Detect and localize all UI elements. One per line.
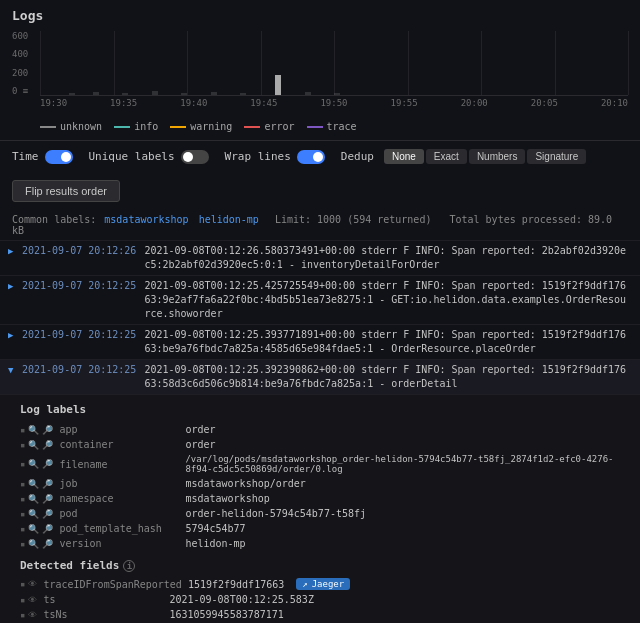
common-label-2: helidon-mp xyxy=(199,214,259,225)
wrap-lines-toggle-item: Wrap lines xyxy=(225,150,325,164)
search-minus-icon[interactable]: 🔎 xyxy=(42,425,53,435)
search-minus-icon[interactable]: 🔎 xyxy=(42,459,53,469)
legend-error: error xyxy=(244,121,294,132)
dedup-exact-button[interactable]: Exact xyxy=(426,149,467,164)
bar-chart-icon[interactable]: ▪ xyxy=(20,494,25,504)
dedup-none-button[interactable]: None xyxy=(384,149,424,164)
detected-key-ts: ts xyxy=(43,594,163,605)
time-toggle[interactable] xyxy=(45,150,73,164)
search-minus-icon[interactable]: 🔎 xyxy=(42,524,53,534)
label-key-app: app xyxy=(59,424,179,435)
bar-chart-icon[interactable]: ▪ xyxy=(20,440,25,450)
label-row-version: ▪ 🔍 🔎 version helidon-mp xyxy=(20,536,628,551)
chart-y-labels: 600 400 200 0 ≡ xyxy=(12,31,28,96)
search-plus-icon[interactable]: 🔍 xyxy=(28,425,39,435)
label-key-job: job xyxy=(59,478,179,489)
dedup-numbers-button[interactable]: Numbers xyxy=(469,149,526,164)
panel-header: Logs xyxy=(0,0,640,27)
detected-field-row-ts: ▪ 👁 ts 2021-09-08T00:12:25.583Z xyxy=(20,592,628,607)
common-label-1: msdataworkshop xyxy=(104,214,188,225)
log-entry[interactable]: ▶ 2021-09-07 20:12:26 2021-09-08T00:12:2… xyxy=(0,240,640,275)
expand-chevron: ▼ xyxy=(8,364,16,377)
bar-chart-icon[interactable]: ▪ xyxy=(20,595,25,605)
chart-bar xyxy=(275,75,281,95)
chart-area xyxy=(40,31,628,96)
label-row-pod: ▪ 🔍 🔎 pod order-helidon-5794c54b77-t58fj xyxy=(20,506,628,521)
log-entries: ▶ 2021-09-07 20:12:26 2021-09-08T00:12:2… xyxy=(0,240,640,623)
label-value-namespace: msdataworkshop xyxy=(185,493,269,504)
chart-x-labels: 19:30 19:35 19:40 19:45 19:50 19:55 20:0… xyxy=(40,96,628,110)
log-entry[interactable]: ▼ 2021-09-07 20:12:25 2021-09-08T00:12:2… xyxy=(0,359,640,394)
chart-legend: unknown info warning error trace xyxy=(0,117,640,140)
label-row-filename: ▪ 🔍 🔎 filename /var/log/pods/msdataworks… xyxy=(20,452,628,476)
search-plus-icon[interactable]: 🔍 xyxy=(28,479,39,489)
log-text: 2021-09-08T00:12:25.425725549+00:00 stde… xyxy=(144,279,632,321)
log-timestamp: 2021-09-07 20:12:26 xyxy=(22,244,136,258)
detected-value-trace: 1519f2f9ddf17663 xyxy=(188,579,284,590)
toolbar: Time Unique labels Wrap lines Dedup None… xyxy=(0,140,640,172)
label-row-app: ▪ 🔍 🔎 app order xyxy=(20,422,628,437)
label-row-job: ▪ 🔍 🔎 job msdataworkshop/order xyxy=(20,476,628,491)
label-value-pod: order-helidon-5794c54b77-t58fj xyxy=(185,508,366,519)
label-key-container: container xyxy=(59,439,179,450)
eye-icon[interactable]: 👁 xyxy=(28,579,37,589)
search-plus-icon[interactable]: 🔍 xyxy=(28,524,39,534)
common-labels-text: Common labels: xyxy=(12,214,102,225)
detected-fields-title: Detected fields i xyxy=(20,559,628,572)
bar-chart-icon[interactable]: ▪ xyxy=(20,425,25,435)
unique-labels-label: Unique labels xyxy=(89,150,175,163)
chart-bar xyxy=(122,93,128,95)
flip-results-button[interactable]: Flip results order xyxy=(12,180,120,202)
log-timestamp: 2021-09-07 20:12:25 xyxy=(22,363,136,377)
log-entry[interactable]: ▶ 2021-09-07 20:12:25 2021-09-08T00:12:2… xyxy=(0,275,640,324)
label-key-namespace: namespace xyxy=(59,493,179,504)
unique-labels-toggle-item: Unique labels xyxy=(89,150,209,164)
search-plus-icon[interactable]: 🔍 xyxy=(28,459,39,469)
detected-field-row-trace: ▪ 👁 traceIDFromSpanReported 1519f2f9ddf1… xyxy=(20,576,628,592)
eye-icon[interactable]: 👁 xyxy=(28,595,37,605)
search-minus-icon[interactable]: 🔎 xyxy=(42,509,53,519)
log-text: 2021-09-08T00:12:26.580373491+00:00 stde… xyxy=(144,244,632,272)
chart-bar xyxy=(69,93,75,95)
jaeger-button[interactable]: ↗ Jaeger xyxy=(296,578,350,590)
expand-chevron: ▶ xyxy=(8,280,16,293)
wrap-lines-toggle[interactable] xyxy=(297,150,325,164)
label-value-app: order xyxy=(185,424,215,435)
bar-chart-icon[interactable]: ▪ xyxy=(20,479,25,489)
expand-chevron: ▶ xyxy=(8,329,16,342)
dedup-label: Dedup xyxy=(341,150,374,163)
search-plus-icon[interactable]: 🔍 xyxy=(28,440,39,450)
detected-value-ts: 2021-09-08T00:12:25.583Z xyxy=(169,594,314,605)
label-value-version: helidon-mp xyxy=(185,538,245,549)
log-entry[interactable]: ▶ 2021-09-07 20:12:25 2021-09-08T00:12:2… xyxy=(0,324,640,359)
chart-bar xyxy=(93,92,99,95)
bar-chart-icon[interactable]: ▪ xyxy=(20,539,25,549)
unique-labels-toggle[interactable] xyxy=(181,150,209,164)
log-detail-panel: Log labels ▪ 🔍 🔎 app order ▪ 🔍 🔎 contain… xyxy=(0,394,640,623)
bar-chart-icon[interactable]: ▪ xyxy=(20,524,25,534)
chart-bar xyxy=(334,93,340,95)
search-plus-icon[interactable]: 🔍 xyxy=(28,539,39,549)
chart-bar xyxy=(211,92,217,95)
search-minus-icon[interactable]: 🔎 xyxy=(42,539,53,549)
bar-chart-icon[interactable]: ▪ xyxy=(20,610,25,620)
panel-title: Logs xyxy=(12,8,43,23)
bar-chart-icon[interactable]: ▪ xyxy=(20,579,25,589)
dedup-signature-button[interactable]: Signature xyxy=(527,149,586,164)
time-label: Time xyxy=(12,150,39,163)
bar-chart-icon[interactable]: ▪ xyxy=(20,509,25,519)
search-minus-icon[interactable]: 🔎 xyxy=(42,440,53,450)
time-toggle-item: Time xyxy=(12,150,73,164)
search-plus-icon[interactable]: 🔍 xyxy=(28,494,39,504)
search-plus-icon[interactable]: 🔍 xyxy=(28,509,39,519)
log-labels-title: Log labels xyxy=(20,403,628,416)
search-minus-icon[interactable]: 🔎 xyxy=(42,494,53,504)
detected-value-tsns: 1631059945583787171 xyxy=(169,609,283,620)
label-value-filename: /var/log/pods/msdataworkshop_order-helid… xyxy=(185,454,628,474)
log-timestamp: 2021-09-07 20:12:25 xyxy=(22,279,136,293)
eye-icon[interactable]: 👁 xyxy=(28,610,37,620)
search-minus-icon[interactable]: 🔎 xyxy=(42,479,53,489)
bar-chart-icon[interactable]: ▪ xyxy=(20,459,25,469)
dedup-item: Dedup None Exact Numbers Signature xyxy=(341,149,586,164)
flip-row: Flip results order xyxy=(0,172,640,210)
